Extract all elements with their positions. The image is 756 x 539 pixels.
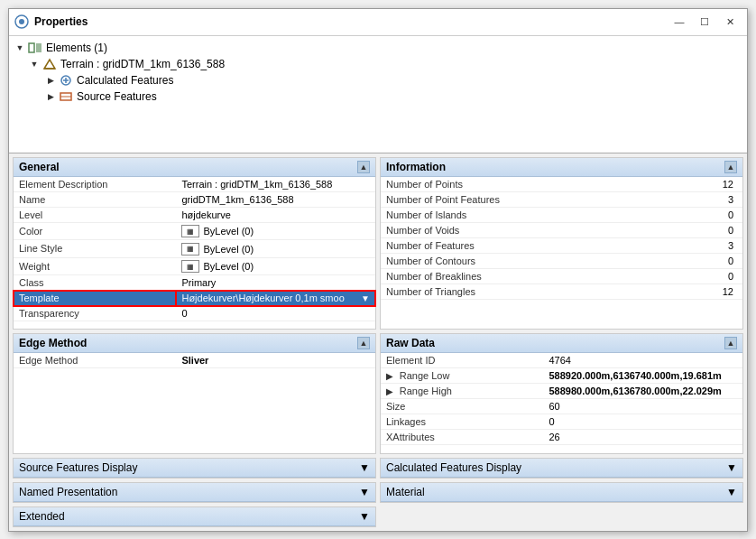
edge-method-header: Edge Method ▲ xyxy=(14,334,375,353)
calculated-features-display-header[interactable]: Calculated Features Display ▼ xyxy=(381,459,742,478)
window-title: Properties xyxy=(34,15,668,28)
extended-section: Extended ▼ xyxy=(13,506,376,527)
minimize-button[interactable]: — xyxy=(668,13,691,31)
table-row: Number of Features3 xyxy=(381,237,742,253)
table-row: Number of Breaklines0 xyxy=(381,268,742,283)
general-key: Weight xyxy=(14,257,176,275)
material-section: Material ▼ xyxy=(380,482,743,503)
general-key: Color xyxy=(14,222,176,240)
table-row: Number of Point Features3 xyxy=(381,191,742,207)
window-controls: — ☐ ✕ xyxy=(668,13,742,31)
tree-root-label: Elements (1) xyxy=(46,42,107,54)
information-title: Information xyxy=(386,161,446,173)
close-button[interactable]: ✕ xyxy=(718,13,742,31)
extended-label: Extended xyxy=(19,510,65,523)
tree-calc-arrow[interactable]: ▶ xyxy=(43,73,58,88)
table-row: Number of Contours0 xyxy=(381,253,742,268)
window-icon xyxy=(14,14,29,29)
tree-panel: ▼ Elements (1) ▼ xyxy=(9,36,747,153)
edge-method-table: Edge MethodSliver xyxy=(14,353,375,368)
tree-root-arrow[interactable]: ▼ xyxy=(13,41,27,55)
material-label: Material xyxy=(386,486,425,498)
calculated-features-display-label: Calculated Features Display xyxy=(386,461,521,474)
tree-calc-label: Calculated Features xyxy=(77,74,173,87)
raw-data-table: Element ID4764▶ Range Low588920.000m,613… xyxy=(381,353,742,445)
expand-arrow[interactable]: ▶ xyxy=(386,371,396,381)
general-header: General ▲ xyxy=(14,158,375,177)
raw-data-title: Raw Data xyxy=(386,337,435,349)
general-section: General ▲ Element DescriptionTerrain : g… xyxy=(13,157,376,330)
extended-arrow: ▼ xyxy=(359,510,370,523)
general-key: Template xyxy=(14,291,176,306)
table-row: Size60 xyxy=(381,399,742,414)
window-content: ▼ Elements (1) ▼ xyxy=(9,36,747,531)
named-presentation-label: Named Presentation xyxy=(19,486,117,498)
tree-terrain[interactable]: ▼ Terrain : gridDTM_1km_6136_588 xyxy=(9,56,747,72)
tree-terrain-arrow[interactable]: ▼ xyxy=(27,57,41,71)
table-row: Number of Voids0 xyxy=(381,222,742,237)
table-row: ▶ Range High588980.000m,6136780.000m,22.… xyxy=(381,384,742,399)
source-features-display-label: Source Features Display xyxy=(19,461,137,474)
general-value[interactable]: Højdekurver\Højdekurver 0,1m smoo▼ xyxy=(176,291,375,306)
properties-window: Properties — ☐ ✕ ▼ Elements (1) xyxy=(8,8,748,532)
tree-calculated-features[interactable]: ▶ Calculated Features xyxy=(9,72,747,88)
table-row: Number of Triangles12 xyxy=(381,283,742,299)
source-features-display-header[interactable]: Source Features Display ▼ xyxy=(14,459,375,478)
svg-rect-3 xyxy=(36,43,41,52)
raw-data-section: Raw Data ▲ Element ID4764▶ Range Low5889… xyxy=(380,333,743,453)
table-row: XAttributes26 xyxy=(381,430,742,445)
named-presentation-arrow: ▼ xyxy=(359,486,370,498)
raw-data-header: Raw Data ▲ xyxy=(381,334,742,353)
tree-source-features[interactable]: ▶ Source Features xyxy=(9,88,747,105)
information-section: Information ▲ Number of Points12Number o… xyxy=(380,157,743,330)
properties-grid: General ▲ Element DescriptionTerrain : g… xyxy=(9,153,747,458)
bottom-sections: Source Features Display ▼ Calculated Fea… xyxy=(9,458,747,531)
general-value: ▦ByLevel (0) xyxy=(176,257,375,275)
restore-button[interactable]: ☐ xyxy=(693,13,716,31)
expand-arrow[interactable]: ▶ xyxy=(386,386,396,396)
information-table: Number of Points12Number of Point Featur… xyxy=(381,177,742,300)
general-key: Class xyxy=(14,275,176,291)
table-row: ▶ Range Low588920.000m,6136740.000m,19.6… xyxy=(381,368,742,384)
table-row: Number of Islands0 xyxy=(381,207,742,222)
title-bar: Properties — ☐ ✕ xyxy=(9,9,747,36)
terrain-icon xyxy=(41,57,58,71)
elements-icon xyxy=(27,41,43,55)
general-key: Name xyxy=(14,191,176,207)
edge-method-title: Edge Method xyxy=(19,337,87,349)
material-arrow: ▼ xyxy=(726,486,737,498)
general-value: ▦ByLevel (0) xyxy=(176,222,375,240)
general-value: ▦ByLevel (0) xyxy=(176,240,375,258)
general-key: Level xyxy=(14,207,176,222)
raw-data-collapse-btn[interactable]: ▲ xyxy=(724,337,737,349)
table-row: Number of Points12 xyxy=(381,177,742,192)
table-row: Element ID4764 xyxy=(381,353,742,368)
table-row: Edge MethodSliver xyxy=(14,353,375,368)
tree-src-label: Source Features xyxy=(77,90,157,103)
edge-method-section: Edge Method ▲ Edge MethodSliver xyxy=(13,333,376,453)
tree-src-arrow[interactable]: ▶ xyxy=(43,89,58,104)
general-title: General xyxy=(19,161,60,173)
calculated-features-icon xyxy=(58,73,74,88)
material-header[interactable]: Material ▼ xyxy=(381,483,742,502)
calculated-features-display-arrow: ▼ xyxy=(726,461,737,474)
general-key: Transparency xyxy=(14,306,176,321)
table-row: Linkages0 xyxy=(381,414,742,430)
tree-terrain-label: Terrain : gridDTM_1km_6136_588 xyxy=(60,58,225,70)
tree-root[interactable]: ▼ Elements (1) xyxy=(9,40,747,56)
calculated-features-display-section: Calculated Features Display ▼ xyxy=(380,458,743,479)
named-presentation-section: Named Presentation ▼ xyxy=(13,482,376,503)
extended-header[interactable]: Extended ▼ xyxy=(14,507,375,526)
general-value: Primary xyxy=(176,275,375,291)
general-collapse-btn[interactable]: ▲ xyxy=(357,161,370,173)
source-features-display-section: Source Features Display ▼ xyxy=(13,458,376,479)
source-features-icon xyxy=(58,89,74,104)
general-key: Line Style xyxy=(14,240,176,258)
general-table: Element DescriptionTerrain : gridDTM_1km… xyxy=(14,177,375,322)
named-presentation-header[interactable]: Named Presentation ▼ xyxy=(14,483,375,502)
general-value: gridDTM_1km_6136_588 xyxy=(176,191,375,207)
information-collapse-btn[interactable]: ▲ xyxy=(724,161,737,173)
svg-marker-4 xyxy=(44,60,55,69)
edge-method-collapse-btn[interactable]: ▲ xyxy=(357,337,370,349)
svg-point-1 xyxy=(19,19,24,24)
